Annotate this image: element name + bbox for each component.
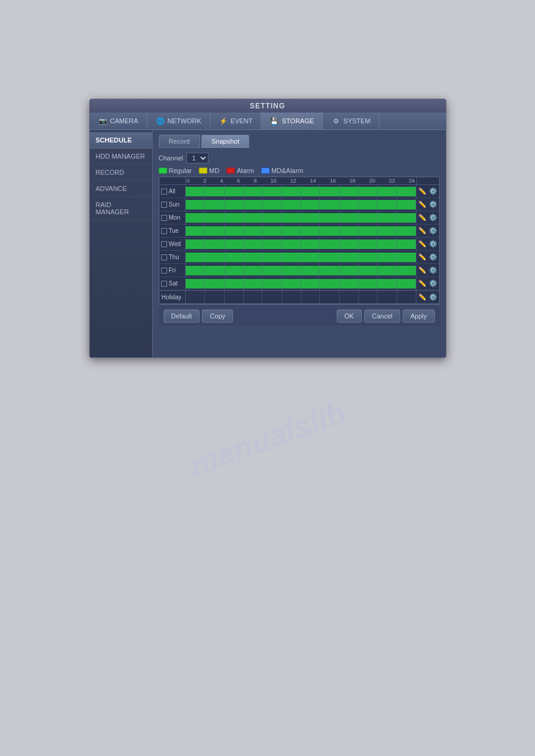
bottom-left: Default Copy [164, 309, 234, 323]
ok-button[interactable]: OK [337, 309, 362, 323]
legend-regular-label: Regular [169, 167, 192, 174]
settings-icon-mon[interactable]: ⚙️ [428, 213, 438, 223]
bar-container-fri[interactable] [186, 264, 416, 277]
content-area: SCHEDULE HDD MANAGER RECORD ADVANCE RAID… [90, 130, 446, 357]
legend-regular-box [159, 168, 167, 174]
legend-regular: Regular [159, 167, 192, 174]
main-panel: Record Snapshot Channel 1234 5678 Regula… [153, 130, 446, 357]
edit-icon-tue[interactable]: ✏️ [418, 226, 427, 236]
row-actions-sat: ✏️ ⚙️ [416, 277, 439, 290]
system-icon: ⚙ [331, 116, 341, 126]
nav-system-label: SYSTEM [343, 117, 370, 125]
settings-icon-sun[interactable]: ⚙️ [428, 200, 438, 210]
bottom-right: OK Cancel Apply [337, 309, 435, 323]
schedule-bar-all [186, 187, 416, 196]
camera-icon: 📷 [98, 116, 108, 126]
apply-button[interactable]: Apply [403, 309, 435, 323]
row-actions-holiday: ✏️ ⚙️ [416, 291, 439, 303]
nav-event-label: EVENT [231, 117, 253, 125]
settings-icon-all[interactable]: ⚙️ [428, 187, 438, 196]
edit-icon-wed[interactable]: ✏️ [418, 239, 427, 249]
row-actions-all: ✏️ ⚙️ [416, 185, 439, 198]
schedule-row-sat: Sat ✏️ [159, 277, 439, 290]
schedule-row-tue: Tue ✏️ [159, 224, 439, 238]
checkbox-mon[interactable] [161, 215, 167, 221]
network-icon: 🌐 [156, 116, 165, 126]
holiday-text: Holiday [162, 294, 182, 300]
schedule-row-holiday: Holiday ✏️ ⚙️ [159, 290, 439, 303]
bar-container-sat[interactable] [186, 277, 416, 290]
main-window: SETTING 📷 CAMERA 🌐 NETWORK ⚡ EVENT 💾 STO… [89, 99, 446, 358]
nav-event[interactable]: ⚡ EVENT [210, 113, 262, 129]
sidebar-item-raid-manager[interactable]: RAID MANAGER [90, 197, 152, 220]
edit-icon-sat[interactable]: ✏️ [418, 279, 427, 289]
schedule-bar-sun [186, 200, 416, 210]
sidebar: SCHEDULE HDD MANAGER RECORD ADVANCE RAID… [90, 130, 153, 357]
legend-alarm-box [226, 168, 235, 174]
checkbox-sun[interactable] [161, 202, 167, 208]
copy-button[interactable]: Copy [202, 309, 233, 323]
checkbox-all[interactable] [161, 189, 167, 195]
legend-mdalarm-label: MD&Alarm [271, 167, 303, 174]
row-actions-tue: ✏️ ⚙️ [416, 224, 439, 237]
schedule-row-all: All ✏️ [159, 185, 439, 198]
bar-container-thu[interactable] [186, 251, 416, 263]
event-icon: ⚡ [219, 116, 228, 126]
edit-icon-sun[interactable]: ✏️ [418, 200, 427, 210]
tab-snapshot[interactable]: Snapshot [201, 135, 249, 148]
schedule-row-wed: Wed ✏️ [159, 238, 439, 251]
bar-container-sun[interactable] [186, 198, 416, 211]
bar-container-holiday[interactable] [186, 291, 416, 303]
sidebar-item-record[interactable]: RECORD [90, 165, 152, 181]
nav-camera[interactable]: 📷 CAMERA [90, 113, 147, 129]
checkbox-wed[interactable] [161, 241, 167, 247]
legend-mdalarm-box [261, 168, 270, 174]
nav-bar: 📷 CAMERA 🌐 NETWORK ⚡ EVENT 💾 STORAGE ⚙ S… [90, 113, 446, 130]
settings-icon-fri[interactable]: ⚙️ [428, 266, 438, 275]
default-button[interactable]: Default [164, 309, 200, 323]
edit-icon-holiday[interactable]: ✏️ [418, 293, 427, 302]
channel-select[interactable]: 1234 5678 [186, 153, 208, 163]
storage-icon: 💾 [270, 116, 279, 126]
row-label-thu: Thu [159, 251, 186, 263]
row-label-tue: Tue [159, 224, 186, 237]
edit-icon-thu[interactable]: ✏️ [418, 253, 427, 262]
nav-storage[interactable]: 💾 STORAGE [261, 113, 323, 129]
tab-record[interactable]: Record [159, 135, 200, 148]
edit-icon-mon[interactable]: ✏️ [418, 213, 427, 223]
checkbox-sat[interactable] [161, 281, 167, 287]
settings-icon-thu[interactable]: ⚙️ [428, 253, 438, 262]
row-actions-fri: ✏️ ⚙️ [416, 264, 439, 277]
checkbox-thu[interactable] [161, 254, 167, 260]
nav-network-label: NETWORK [168, 117, 201, 125]
sidebar-item-advance[interactable]: ADVANCE [90, 181, 152, 197]
nav-camera-label: CAMERA [110, 117, 138, 125]
bar-container-mon[interactable] [186, 211, 416, 224]
checkbox-fri[interactable] [161, 268, 167, 274]
cancel-button[interactable]: Cancel [364, 309, 400, 323]
schedule-row-thu: Thu ✏️ [159, 251, 439, 264]
grid-label-col-header [159, 177, 186, 184]
legend-row: Regular MD Alarm MD&Alarm [159, 167, 440, 174]
schedule-row-fri: Fri ✏️ [159, 264, 439, 277]
bar-container-wed[interactable] [186, 238, 416, 250]
edit-icon-all[interactable]: ✏️ [418, 187, 427, 196]
checkbox-tue[interactable] [161, 228, 167, 234]
nav-network[interactable]: 🌐 NETWORK [147, 113, 210, 129]
window-title: SETTING [250, 102, 285, 110]
bar-container-all[interactable] [186, 185, 416, 198]
row-actions-sun: ✏️ ⚙️ [416, 198, 439, 211]
sidebar-item-hdd-manager[interactable]: HDD MANAGER [90, 148, 152, 165]
row-label-sun: Sun [159, 198, 186, 211]
settings-icon-tue[interactable]: ⚙️ [428, 226, 438, 236]
settings-icon-sat[interactable]: ⚙️ [428, 279, 438, 289]
edit-icon-fri[interactable]: ✏️ [418, 266, 427, 275]
settings-icon-wed[interactable]: ⚙️ [428, 239, 438, 249]
schedule-bar-sat [186, 279, 416, 289]
sidebar-item-schedule[interactable]: SCHEDULE [90, 132, 152, 148]
settings-icon-holiday[interactable]: ⚙️ [428, 293, 438, 302]
channel-row: Channel 1234 5678 [159, 153, 440, 163]
nav-system[interactable]: ⚙ SYSTEM [323, 113, 379, 129]
schedule-row-sun: Sun ✏️ [159, 198, 439, 211]
bar-container-tue[interactable] [186, 224, 416, 237]
